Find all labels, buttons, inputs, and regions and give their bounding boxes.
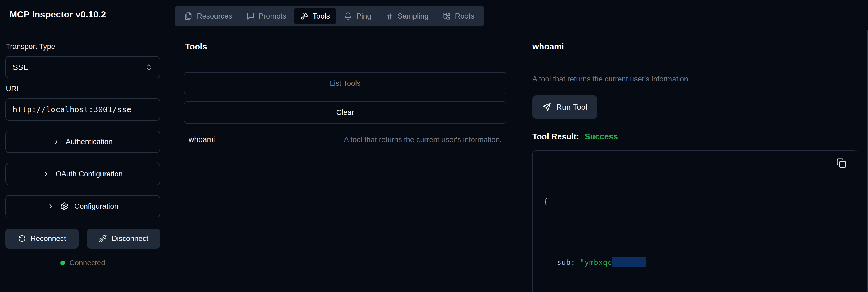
- oauth-configuration-label: OAuth Configuration: [56, 170, 123, 178]
- tools-pane-body: List Tools Clear whoami A tool that retu…: [175, 72, 516, 144]
- reconnect-button[interactable]: Reconnect: [5, 229, 79, 249]
- unplug-icon: [99, 235, 107, 242]
- transport-type-select[interactable]: SSE: [5, 56, 160, 78]
- list-tools-button[interactable]: List Tools: [184, 72, 506, 94]
- authentication-toggle[interactable]: Authentication: [5, 131, 160, 153]
- sidebar-body: Transport Type SSE URL Authentication: [0, 29, 165, 267]
- tab-ping-label: Ping: [356, 12, 371, 20]
- chevron-right-icon: [43, 171, 50, 177]
- tool-result-label: Tool Result:: [532, 132, 579, 141]
- detail-pane-title: whoami: [532, 42, 868, 52]
- tab-resources[interactable]: Resources: [178, 8, 239, 24]
- run-tool-label: Run Tool: [556, 103, 587, 111]
- tab-tools[interactable]: Tools: [294, 8, 336, 24]
- gear-icon: [60, 202, 68, 210]
- chevron-right-icon: [47, 203, 54, 210]
- tool-result-line: Tool Result: Success: [532, 132, 868, 141]
- status-label: Connected: [69, 259, 105, 267]
- rotate-ccw-icon: [18, 235, 26, 242]
- tab-roots-label: Roots: [455, 12, 474, 20]
- reconnect-label: Reconnect: [31, 234, 66, 243]
- sidebar: MCP Inspector v0.10.2 Transport Type SSE…: [0, 0, 166, 292]
- copy-button[interactable]: [836, 157, 848, 169]
- configuration-label: Configuration: [74, 202, 119, 210]
- content-area: Tools List Tools Clear whoami A tool tha…: [175, 42, 868, 292]
- disconnect-label: Disconnect: [112, 234, 148, 243]
- connection-status: Connected: [5, 259, 160, 267]
- transport-type-label: Transport Type: [6, 42, 160, 51]
- tab-roots[interactable]: Roots: [436, 8, 480, 24]
- tool-result-status: Success: [585, 132, 618, 141]
- tab-sampling-label: Sampling: [398, 12, 429, 20]
- message-square-icon: [247, 12, 254, 20]
- code-body: sub: "ymbxqc name: null picture: null up…: [550, 232, 846, 292]
- hash-icon: [385, 12, 394, 20]
- configuration-toggle[interactable]: Configuration: [5, 195, 160, 218]
- tab-resources-label: Resources: [197, 12, 232, 20]
- oauth-configuration-toggle[interactable]: OAuth Configuration: [5, 163, 160, 185]
- tools-list-pane: Tools List Tools Clear whoami A tool tha…: [175, 42, 516, 292]
- chevron-right-icon: [53, 138, 60, 145]
- tab-bar: Resources Prompts Tools Ping: [175, 6, 484, 27]
- disconnect-button[interactable]: Disconnect: [87, 229, 160, 249]
- copy-icon: [836, 150, 848, 176]
- scrollbar[interactable]: [867, 30, 868, 292]
- connection-buttons: Reconnect Disconnect: [5, 229, 160, 249]
- code-line-sub: sub: "ymbxqc: [557, 256, 846, 268]
- tab-ping[interactable]: Ping: [338, 8, 377, 24]
- authentication-label: Authentication: [66, 137, 113, 146]
- mcp-inspector-app: MCP Inspector v0.10.2 Transport Type SSE…: [0, 0, 868, 292]
- tab-tools-label: Tools: [313, 12, 330, 20]
- tool-name: whoami: [189, 135, 215, 144]
- tool-description: A tool that returns the current user's i…: [344, 135, 502, 144]
- tool-list-item-whoami[interactable]: whoami A tool that returns the current u…: [184, 135, 506, 144]
- send-icon: [542, 103, 551, 111]
- run-tool-button[interactable]: Run Tool: [532, 96, 597, 119]
- transport-type-value: SSE: [13, 63, 29, 72]
- folder-tree-icon: [443, 12, 451, 20]
- hammer-icon: [301, 12, 308, 20]
- tool-detail-description: A tool that returns the current user's i…: [532, 75, 868, 83]
- bell-icon: [344, 12, 352, 20]
- divider: [525, 60, 868, 60]
- main-area: Resources Prompts Tools Ping: [166, 0, 868, 292]
- tool-detail-pane: whoami A tool that returns the current u…: [525, 42, 868, 292]
- sidebar-header: MCP Inspector v0.10.2: [0, 0, 165, 29]
- status-dot: [60, 261, 65, 265]
- code-open-brace: {: [544, 195, 846, 207]
- tool-result-json: { sub: "ymbxqc name: null picture: null …: [532, 151, 858, 292]
- tab-sampling[interactable]: Sampling: [379, 8, 435, 24]
- url-label: URL: [6, 85, 160, 93]
- tab-prompts[interactable]: Prompts: [240, 8, 292, 24]
- chevrons-up-down-icon: [145, 63, 153, 71]
- url-input[interactable]: [5, 98, 160, 121]
- clear-button[interactable]: Clear: [184, 101, 506, 124]
- app-title: MCP Inspector v0.10.2: [9, 9, 106, 20]
- tab-prompts-label: Prompts: [259, 12, 286, 20]
- redaction-block: [612, 257, 646, 267]
- files-icon: [185, 12, 192, 20]
- tools-pane-title: Tools: [185, 42, 516, 52]
- detail-pane-body: A tool that returns the current user's i…: [525, 75, 868, 292]
- divider: [175, 60, 516, 60]
